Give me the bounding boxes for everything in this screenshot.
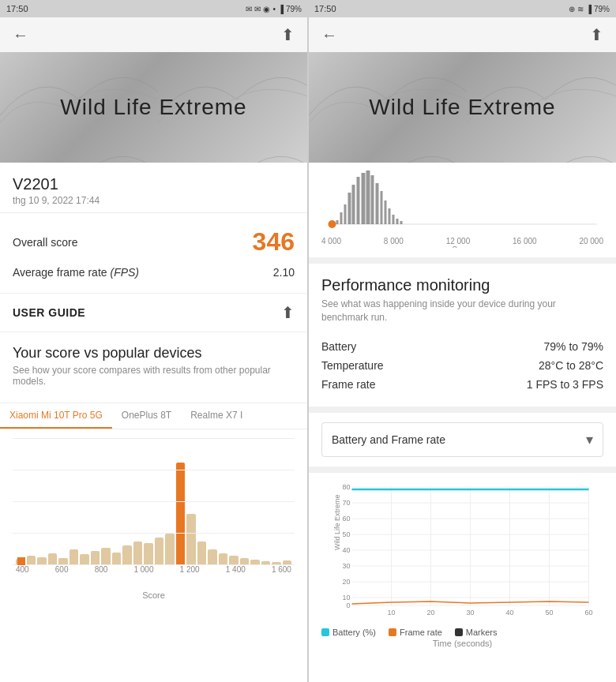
time-right: 17:50 <box>314 4 336 13</box>
svg-text:60: 60 <box>342 515 350 523</box>
svg-text:0: 0 <box>346 601 350 609</box>
battery-framerate-dropdown[interactable]: Battery and Frame rate ▾ <box>321 422 603 457</box>
left-share-button[interactable]: ⬆ <box>281 25 295 44</box>
perf-battery-label: Battery <box>321 340 356 353</box>
svg-rect-9 <box>371 175 374 224</box>
left-panel: ← ⬆ Wild Life Extreme V2201 thg 10 9, 20… <box>0 17 308 682</box>
right-share-button[interactable]: ⬆ <box>590 25 603 44</box>
dropdown-section: Battery and Frame rate ▾ <box>309 413 616 473</box>
legend-dot-markers <box>455 628 463 636</box>
tab-xiaomi[interactable]: Xiaomi Mi 10T Pro 5G <box>0 403 112 429</box>
svg-text:10: 10 <box>342 594 350 601</box>
mini-chart-svg <box>321 169 603 232</box>
svg-rect-14 <box>393 215 395 224</box>
perf-temp-label: Temperature <box>321 359 384 372</box>
svg-text:30: 30 <box>342 562 350 570</box>
status-icons-left: ✉✉◉• ▐ 79% <box>246 5 302 13</box>
svg-text:40: 40 <box>342 546 350 554</box>
left-hero-title: Wild Life Extreme <box>60 95 246 120</box>
left-nav-bar: ← ⬆ <box>0 17 307 52</box>
overall-score-value: 346 <box>253 227 295 257</box>
legend-markers: Markers <box>455 628 498 637</box>
svg-rect-5 <box>352 185 355 224</box>
mini-chart-area: 4 000 8 000 12 000 16 000 20 000 Score <box>321 169 603 248</box>
bar-chart: 400 600 800 1 000 1 200 1 400 1 600 Scor… <box>0 429 307 603</box>
dropdown-arrow-icon: ▾ <box>586 431 593 448</box>
perf-framerate-label: Frame rate <box>321 378 375 391</box>
svg-text:40: 40 <box>505 609 513 616</box>
svg-rect-13 <box>389 208 391 224</box>
legend-dot-battery <box>321 628 329 636</box>
perf-section: Performance monitoring See what was happ… <box>309 264 616 413</box>
legend-markers-label: Markers <box>466 628 498 637</box>
avg-fps-value: 2.10 <box>273 266 295 279</box>
svg-rect-6 <box>357 177 360 224</box>
avg-fps-label: Average frame rate (FPS) <box>13 266 139 279</box>
svg-text:50: 50 <box>342 530 350 538</box>
compare-section: Your score vs popular devices See how yo… <box>0 332 307 403</box>
orange-dot <box>17 557 25 565</box>
svg-text:20: 20 <box>426 609 434 616</box>
avg-fps-row: Average frame rate (FPS) 2.10 <box>13 261 295 283</box>
svg-rect-15 <box>396 219 399 224</box>
device-name: V2201 <box>13 175 295 193</box>
status-bar-right: 17:50 ⊕≋▐ 79% <box>308 0 616 17</box>
scores-section: Overall score 346 Average frame rate (FP… <box>0 213 307 294</box>
left-back-button[interactable]: ← <box>13 26 28 44</box>
legend-battery: Battery (%) <box>321 628 376 637</box>
svg-rect-3 <box>344 204 347 224</box>
tab-oneplus[interactable]: OnePlus 8T <box>112 403 181 429</box>
compare-title: Your score vs popular devices <box>13 345 295 362</box>
status-bar-left: 17:50 ✉✉◉• ▐ 79% <box>0 0 308 17</box>
svg-rect-7 <box>362 173 366 224</box>
perf-temp-val: 28°C to 28°C <box>539 359 603 372</box>
mini-chart-x-labels: 4 000 8 000 12 000 16 000 20 000 <box>321 237 603 245</box>
svg-text:70: 70 <box>342 499 350 507</box>
legend-framerate: Frame rate <box>389 628 442 637</box>
svg-point-17 <box>329 220 336 228</box>
perf-battery-val: 79% to 79% <box>544 340 604 353</box>
device-info: V2201 thg 10 9, 2022 17:44 <box>0 163 307 213</box>
right-back-button[interactable]: ← <box>321 26 337 44</box>
svg-text:20: 20 <box>342 578 350 586</box>
left-panel-content: V2201 thg 10 9, 2022 17:44 Overall score… <box>0 163 307 682</box>
svg-text:60: 60 <box>584 609 592 616</box>
perf-subtitle: See what was happening inside your devic… <box>321 298 603 324</box>
left-hero: Wild Life Extreme <box>0 52 307 163</box>
battery-left: 79% <box>286 5 302 13</box>
legend-battery-label: Battery (%) <box>332 628 376 637</box>
svg-rect-11 <box>381 191 383 224</box>
chart-x-labels: 400 600 800 1 000 1 200 1 400 1 600 <box>13 565 295 574</box>
mini-chart-label: Score <box>321 245 603 248</box>
time-left: 17:50 <box>6 4 28 13</box>
perf-row-temp: Temperature 28°C to 28°C <box>321 356 603 375</box>
battery-right: 79% <box>594 5 610 13</box>
perf-title: Performance monitoring <box>321 276 603 294</box>
dropdown-label: Battery and Frame rate <box>332 433 445 446</box>
overall-score-row: Overall score 346 <box>13 223 295 261</box>
user-guide-share-icon[interactable]: ⬆ <box>281 303 295 322</box>
svg-rect-12 <box>385 200 387 224</box>
svg-rect-1 <box>336 220 339 224</box>
right-hero-title: Wild Life Extreme <box>369 95 555 120</box>
chart-x-center-label: Score <box>13 590 295 600</box>
mini-chart-section: 4 000 8 000 12 000 16 000 20 000 Score <box>309 163 616 264</box>
svg-text:50: 50 <box>545 609 553 616</box>
line-chart-x-label: Time (seconds) <box>321 639 603 648</box>
legend-framerate-label: Frame rate <box>400 628 442 637</box>
compare-subtitle: See how your score compares with results… <box>13 365 295 387</box>
line-chart-section: Wild Life Extreme <box>309 473 616 661</box>
perf-row-framerate: Frame rate 1 FPS to 3 FPS <box>321 375 603 394</box>
tab-realme[interactable]: Realme X7 I <box>181 403 252 429</box>
right-nav-bar: ← ⬆ <box>309 17 616 52</box>
user-guide-row[interactable]: USER GUIDE ⬆ <box>0 294 307 332</box>
svg-text:10: 10 <box>387 609 395 616</box>
status-bar: 17:50 ✉✉◉• ▐ 79% 17:50 ⊕≋▐ 79% <box>0 0 616 17</box>
device-tabs: Xiaomi Mi 10T Pro 5G OnePlus 8T Realme X… <box>0 403 307 429</box>
svg-rect-8 <box>366 170 370 224</box>
line-chart-legend: Battery (%) Frame rate Markers <box>321 628 603 637</box>
overall-score-label: Overall score <box>13 236 77 249</box>
status-icons-right: ⊕≋▐ 79% <box>569 5 610 13</box>
perf-framerate-val: 1 FPS to 3 FPS <box>527 378 603 391</box>
right-panel-content: 4 000 8 000 12 000 16 000 20 000 Score P… <box>309 163 616 682</box>
